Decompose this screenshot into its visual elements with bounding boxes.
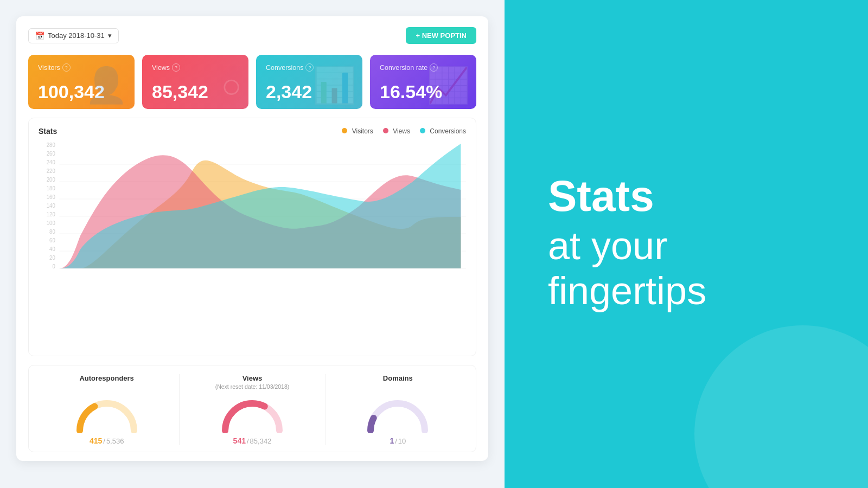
svg-text:160: 160 [47,194,56,200]
legend-views: Views [383,127,410,135]
dashboard-card: 📅 Today 2018-10-31 ▾ + NEW POPTIN Visito… [16,16,488,461]
views-svg [220,395,285,433]
views-gauge: Views (Next reset date: 11/03/2018) 541 … [180,374,325,445]
legend-views-dot [383,128,388,133]
legend-conversions-label: Conversions [430,127,466,135]
calendar-icon: 📅 [35,31,44,40]
domains-gauge: Domains 1 / 10 [326,374,470,445]
domains-values: 1 / 10 [390,436,406,445]
domains-svg [365,395,430,433]
views-bg-icon: ○ [221,66,242,106]
svg-text:200: 200 [47,177,56,183]
svg-text:140: 140 [47,203,56,209]
domains-current: 1 [390,436,394,445]
visitors-bg-icon: 👤 [85,65,128,106]
views-gauge-title: Views [242,374,263,382]
chart-container: 0 20 40 60 80 100 120 140 160 180 200 22… [39,141,466,271]
tagline-bold: Stats [548,175,825,218]
circle-decoration [694,325,868,488]
views-gauge-total: 85,342 [250,437,272,445]
views-card: Views ? 85,342 ○ [142,55,248,109]
chart-section: Stats Visitors Views Conversions [28,118,476,356]
legend-conversions: Conversions [420,127,466,135]
views-gauge-subtitle: (Next reset date: 11/03/2018) [215,383,290,390]
domains-total: 10 [398,437,406,445]
chart-header: Stats Visitors Views Conversions [39,127,466,136]
domains-separator: / [395,437,397,445]
svg-text:220: 220 [47,168,56,174]
legend-visitors-dot [342,128,347,133]
tagline-rest: at yourfingertips [548,223,825,313]
conversions-bg-icon: 📊 [312,65,356,106]
domains-subtitle [397,383,399,390]
svg-text:240: 240 [47,159,56,165]
views-gauge-values: 541 / 85,342 [233,436,272,445]
views-gauge-separator: / [247,437,249,445]
conversion-rate-card: Conversion rate ? 16.54% 📈 [370,55,476,109]
autoresponders-current: 415 [90,436,102,445]
left-panel: 📅 Today 2018-10-31 ▾ + NEW POPTIN Visito… [0,0,505,488]
top-bar: 📅 Today 2018-10-31 ▾ + NEW POPTIN [28,27,476,44]
conversion-rate-bg-icon: 📈 [426,65,470,106]
svg-text:20: 20 [49,255,55,261]
autoresponders-values: 415 / 5,536 [90,436,124,445]
svg-text:60: 60 [49,237,55,243]
svg-text:280: 280 [47,142,56,148]
gauges-section: Autoresponders 415 / 5,536 Views (Next r… [28,365,476,452]
chart-legend: Visitors Views Conversions [342,127,466,135]
legend-visitors: Visitors [342,127,373,135]
svg-text:260: 260 [47,151,56,157]
autoresponders-gauge: Autoresponders 415 / 5,536 [34,374,180,445]
date-label: Today 2018-10-31 [48,31,105,40]
tagline: Stats at yourfingertips [548,175,825,313]
chart-title: Stats [39,127,57,136]
svg-text:40: 40 [49,246,55,252]
legend-visitors-label: Visitors [352,127,373,135]
visitors-card: Visitors ? 100,342 👤 [28,55,135,109]
right-panel: Stats at yourfingertips [505,0,868,488]
domains-title: Domains [383,374,413,382]
chevron-down-icon: ▾ [108,31,112,40]
svg-text:120: 120 [47,211,56,217]
chart-svg: 0 20 40 60 80 100 120 140 160 180 200 22… [39,141,466,271]
conversions-card: Conversions ? 2,342 📊 [256,55,362,109]
legend-conversions-dot [420,128,425,133]
autoresponders-svg [74,395,139,433]
legend-views-label: Views [393,127,410,135]
autoresponders-subtitle [106,383,107,390]
autoresponders-separator: / [103,437,105,445]
svg-text:0: 0 [52,264,55,269]
svg-text:180: 180 [47,185,56,191]
svg-text:100: 100 [47,220,56,226]
date-selector[interactable]: 📅 Today 2018-10-31 ▾ [28,28,119,43]
views-gauge-current: 541 [233,436,246,445]
svg-text:80: 80 [49,229,55,235]
new-poptin-button[interactable]: + NEW POPTIN [406,27,476,44]
autoresponders-total: 5,536 [106,437,124,445]
visitors-help-icon[interactable]: ? [62,63,71,72]
views-help-icon[interactable]: ? [172,63,180,72]
autoresponders-title: Autoresponders [79,374,133,382]
stats-cards: Visitors ? 100,342 👤 Views ? 85,342 ○ Co… [28,55,476,109]
